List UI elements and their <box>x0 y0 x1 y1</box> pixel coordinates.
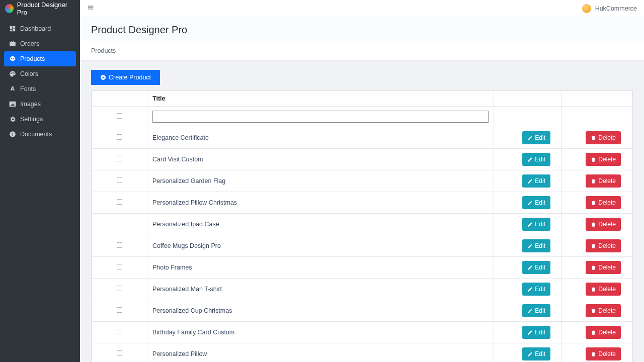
row-checkbox[interactable] <box>117 329 123 335</box>
edit-label: Edit <box>535 307 545 314</box>
row-checkbox[interactable] <box>117 221 123 227</box>
orders-icon <box>9 40 16 47</box>
row-title: Elegance Certificate <box>147 127 494 149</box>
edit-label: Edit <box>535 156 545 163</box>
col-header-edit <box>494 91 562 107</box>
sidebar-item-orders[interactable]: Orders <box>4 36 76 51</box>
delete-button[interactable]: Delete <box>586 326 621 339</box>
row-checkbox[interactable] <box>117 286 123 292</box>
create-product-label: Create Product <box>109 74 151 81</box>
images-icon <box>9 101 16 108</box>
sidebar-item-documents[interactable]: Documents <box>4 127 76 142</box>
table-row: Personalized Man T-shirtEditDelete <box>92 279 632 300</box>
edit-button[interactable]: Edit <box>522 196 550 209</box>
sidebar-item-label: Fonts <box>20 85 36 93</box>
delete-label: Delete <box>598 242 616 249</box>
delete-button[interactable]: Delete <box>586 239 621 252</box>
row-checkbox[interactable] <box>117 242 123 248</box>
sidebar-item-colors[interactable]: Colors <box>4 66 76 81</box>
row-checkbox[interactable] <box>117 350 123 356</box>
delete-label: Delete <box>598 177 616 185</box>
sidebar-item-label: Dashboard <box>20 25 51 32</box>
row-title: Coffee Mugs Design Pro <box>147 235 494 257</box>
plus-circle-icon <box>100 74 106 80</box>
sidebar-item-fonts[interactable]: Fonts <box>4 81 76 97</box>
edit-button[interactable]: Edit <box>522 218 550 231</box>
settings-icon <box>9 116 16 123</box>
user-name: HukCommerce <box>595 5 637 12</box>
trash-icon <box>591 178 596 184</box>
delete-label: Delete <box>598 156 616 163</box>
col-header-title[interactable]: Title <box>147 91 494 107</box>
row-title: Personalized Pillow Christmas <box>147 192 494 214</box>
table-row: Personalized Garden FlagEditDelete <box>92 170 632 192</box>
sidebar-item-products[interactable]: Products <box>4 51 76 66</box>
row-checkbox[interactable] <box>117 199 123 205</box>
delete-button[interactable]: Delete <box>586 283 621 296</box>
user-menu[interactable]: HukCommerce <box>582 4 637 13</box>
sidebar-item-settings[interactable]: Settings <box>4 112 76 127</box>
delete-label: Delete <box>598 286 616 293</box>
edit-label: Edit <box>535 221 545 228</box>
title-filter-input[interactable] <box>152 111 489 123</box>
delete-button[interactable]: Delete <box>586 347 621 360</box>
trash-icon <box>591 135 596 141</box>
delete-label: Delete <box>598 329 616 336</box>
delete-button[interactable]: Delete <box>586 174 621 188</box>
edit-label: Edit <box>535 242 545 249</box>
delete-button[interactable]: Delete <box>586 218 621 231</box>
delete-button[interactable]: Delete <box>586 196 621 209</box>
sidebar-item-label: Orders <box>20 40 39 47</box>
edit-button[interactable]: Edit <box>522 131 550 144</box>
delete-button[interactable]: Delete <box>586 304 621 317</box>
edit-button[interactable]: Edit <box>522 261 550 274</box>
sidebar-item-dashboard[interactable]: Dashboard <box>4 21 76 36</box>
table-filter-row <box>92 107 632 127</box>
create-product-button[interactable]: Create Product <box>91 70 160 85</box>
delete-button[interactable]: Delete <box>586 261 621 274</box>
select-all-checkbox[interactable] <box>117 113 123 119</box>
brand-logo-icon <box>5 4 14 13</box>
edit-button[interactable]: Edit <box>522 304 550 317</box>
menu-toggle-icon[interactable] <box>87 4 94 13</box>
pencil-icon <box>527 243 533 249</box>
edit-button[interactable]: Edit <box>522 239 550 252</box>
sidebar-nav: DashboardOrdersProductsColorsFontsImages… <box>0 17 80 146</box>
delete-button[interactable]: Delete <box>586 131 621 144</box>
row-checkbox[interactable] <box>117 307 123 313</box>
edit-button[interactable]: Edit <box>522 153 550 166</box>
pencil-icon <box>527 200 533 206</box>
sidebar-item-images[interactable]: Images <box>4 97 76 112</box>
trash-icon <box>591 157 596 162</box>
delete-button[interactable]: Delete <box>586 153 621 166</box>
trash-icon <box>591 330 596 335</box>
pencil-icon <box>527 287 533 292</box>
table-row: Personalized Ipad CaseEditDelete <box>92 214 632 235</box>
fonts-icon <box>9 85 16 93</box>
row-checkbox[interactable] <box>117 177 123 184</box>
edit-button[interactable]: Edit <box>522 347 550 360</box>
pencil-icon <box>527 351 533 357</box>
pencil-icon <box>527 308 533 314</box>
row-checkbox[interactable] <box>117 264 123 270</box>
row-checkbox[interactable] <box>117 134 123 140</box>
row-title: Personalized Ipad Case <box>147 214 494 235</box>
table-row: Birthday Family Card CustomEditDelete <box>92 322 632 343</box>
trash-icon <box>591 200 596 206</box>
products-table: Title Elegance CertificateEd <box>91 90 633 362</box>
edit-button[interactable]: Edit <box>522 174 550 188</box>
breadcrumb-item[interactable]: Products <box>91 47 116 54</box>
edit-button[interactable]: Edit <box>522 326 550 339</box>
edit-button[interactable]: Edit <box>522 283 550 296</box>
delete-label: Delete <box>598 199 616 206</box>
sidebar-item-label: Settings <box>20 116 43 123</box>
brand[interactable]: Product Designer Pro <box>0 0 80 17</box>
sidebar: Product Designer Pro DashboardOrdersProd… <box>0 0 80 362</box>
row-checkbox[interactable] <box>117 156 123 162</box>
edit-label: Edit <box>535 199 545 206</box>
table-row: Elegance CertificateEditDelete <box>92 127 632 149</box>
pencil-icon <box>527 222 533 227</box>
edit-label: Edit <box>535 264 545 271</box>
row-title: Birthday Family Card Custom <box>147 322 494 343</box>
trash-icon <box>591 351 596 357</box>
